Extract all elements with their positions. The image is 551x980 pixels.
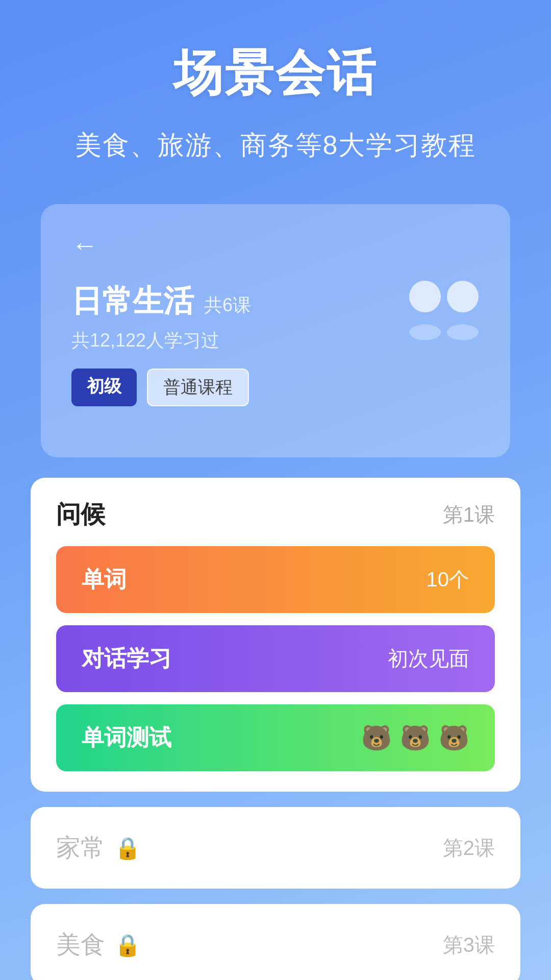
main-title: 场景会话 [31,41,520,107]
course-info-left: 日常生活 共6课 共12,122人学习过 初级 普通课程 [71,281,251,406]
course-info-card: ← 日常生活 共6课 共12,122人学习过 初级 普通课程 [41,204,510,457]
lock-icon-2: 🔒 [114,836,141,861]
dialog-label: 对话学习 [82,644,171,674]
lessons-container: 问候 第1课 单词 10个 对话学习 初次见面 单词测试 🐻 🐻 🐻 [31,478,520,980]
dialog-item[interactable]: 对话学习 初次见面 [56,625,495,692]
badge-secondary[interactable]: 普通课程 [147,369,249,406]
lesson-1-header: 问候 第1课 [56,498,495,531]
course-learners: 共12,122人学习过 [71,328,251,353]
dot-circle-reflect-left [409,325,441,340]
course-icon [408,281,480,342]
lesson-2-number: 第2课 [443,834,495,862]
bear-icon-1: 🐻 [361,724,392,752]
lesson-1-number: 第1课 [443,501,495,529]
bear-icons: 🐻 🐻 🐻 [361,724,469,752]
lesson-1-title: 问候 [56,498,105,531]
vocab-value: 10个 [427,566,470,594]
lesson-card-3: 美食 🔒 第3课 [31,904,520,980]
course-info-row: 日常生活 共6课 共12,122人学习过 初级 普通课程 [71,281,480,406]
vocab-item[interactable]: 单词 10个 [56,546,495,613]
test-item[interactable]: 单词测试 🐻 🐻 🐻 [56,704,495,771]
lesson-1-items: 单词 10个 对话学习 初次见面 单词测试 🐻 🐻 🐻 [56,546,495,771]
dialog-value: 初次见面 [388,645,469,673]
lesson-3-title: 美食 🔒 [56,928,141,961]
lesson-2-name: 家常 [56,831,105,864]
lesson-3-locked-row: 美食 🔒 第3课 [56,928,495,961]
course-count: 共6课 [204,293,251,318]
lesson-2-locked-row: 家常 🔒 第2课 [56,831,495,864]
bear-icon-3: 🐻 [439,724,469,752]
dot-circle-left [409,281,441,312]
lesson-card-1: 问候 第1课 单词 10个 对话学习 初次见面 单词测试 🐻 🐻 🐻 [31,478,520,792]
lesson-card-2: 家常 🔒 第2课 [31,807,520,889]
lesson-3-name: 美食 [56,928,105,961]
dot-circle-reflect-right [447,325,479,340]
course-name: 日常生活 [71,281,194,322]
dot-circle-right [447,281,479,312]
badge-primary[interactable]: 初级 [71,369,137,406]
sub-title: 美食、旅游、商务等8大学习教程 [31,128,520,163]
lesson-3-number: 第3课 [443,931,495,959]
course-name-row: 日常生活 共6课 [71,281,251,322]
back-button[interactable]: ← [71,230,98,260]
lesson-2-title: 家常 🔒 [56,831,141,864]
vocab-label: 单词 [82,565,127,595]
bear-icon-2: 🐻 [400,724,431,752]
badges-row: 初级 普通课程 [71,369,251,406]
lock-icon-3: 🔒 [114,933,141,958]
test-label: 单词测试 [82,723,171,753]
header: 场景会话 美食、旅游、商务等8大学习教程 [0,0,551,184]
